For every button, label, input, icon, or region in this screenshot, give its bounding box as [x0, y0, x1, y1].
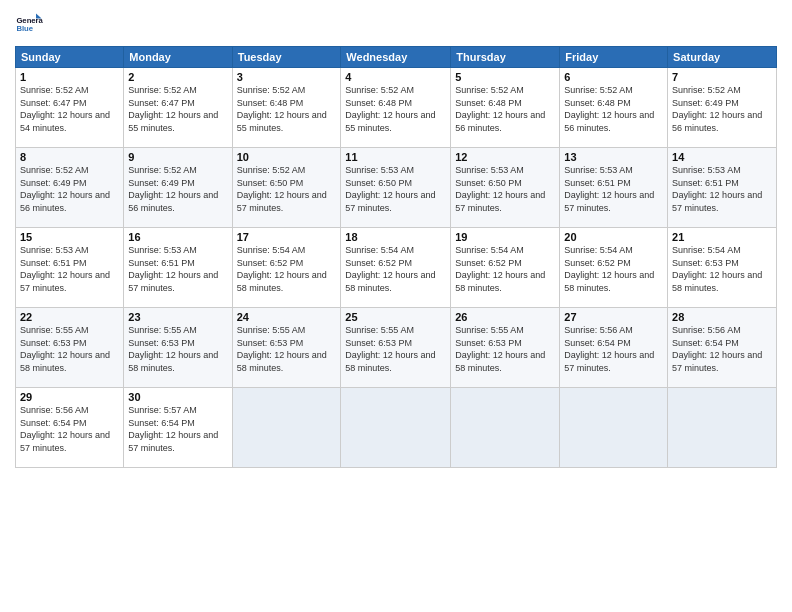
- calendar-header-row: SundayMondayTuesdayWednesdayThursdayFrid…: [16, 47, 777, 68]
- day-number: 23: [128, 311, 227, 323]
- day-number: 26: [455, 311, 555, 323]
- calendar-week-row: 15 Sunrise: 5:53 AM Sunset: 6:51 PM Dayl…: [16, 228, 777, 308]
- calendar-cell: 8 Sunrise: 5:52 AM Sunset: 6:49 PM Dayli…: [16, 148, 124, 228]
- day-number: 17: [237, 231, 337, 243]
- calendar-week-row: 29 Sunrise: 5:56 AM Sunset: 6:54 PM Dayl…: [16, 388, 777, 468]
- day-info: Sunrise: 5:55 AM Sunset: 6:53 PM Dayligh…: [455, 324, 555, 374]
- day-number: 30: [128, 391, 227, 403]
- calendar-cell: 28 Sunrise: 5:56 AM Sunset: 6:54 PM Dayl…: [668, 308, 777, 388]
- calendar-day-header: Sunday: [16, 47, 124, 68]
- day-number: 7: [672, 71, 772, 83]
- calendar-cell: 26 Sunrise: 5:55 AM Sunset: 6:53 PM Dayl…: [451, 308, 560, 388]
- day-info: Sunrise: 5:53 AM Sunset: 6:50 PM Dayligh…: [345, 164, 446, 214]
- day-info: Sunrise: 5:54 AM Sunset: 6:52 PM Dayligh…: [345, 244, 446, 294]
- calendar-cell: 19 Sunrise: 5:54 AM Sunset: 6:52 PM Dayl…: [451, 228, 560, 308]
- calendar-week-row: 22 Sunrise: 5:55 AM Sunset: 6:53 PM Dayl…: [16, 308, 777, 388]
- calendar-day-header: Saturday: [668, 47, 777, 68]
- day-info: Sunrise: 5:55 AM Sunset: 6:53 PM Dayligh…: [128, 324, 227, 374]
- calendar-cell: 11 Sunrise: 5:53 AM Sunset: 6:50 PM Dayl…: [341, 148, 451, 228]
- calendar-cell: 22 Sunrise: 5:55 AM Sunset: 6:53 PM Dayl…: [16, 308, 124, 388]
- calendar-cell: 14 Sunrise: 5:53 AM Sunset: 6:51 PM Dayl…: [668, 148, 777, 228]
- calendar-cell: 30 Sunrise: 5:57 AM Sunset: 6:54 PM Dayl…: [124, 388, 232, 468]
- calendar-cell: 24 Sunrise: 5:55 AM Sunset: 6:53 PM Dayl…: [232, 308, 341, 388]
- day-info: Sunrise: 5:57 AM Sunset: 6:54 PM Dayligh…: [128, 404, 227, 454]
- calendar-week-row: 8 Sunrise: 5:52 AM Sunset: 6:49 PM Dayli…: [16, 148, 777, 228]
- calendar-cell: 7 Sunrise: 5:52 AM Sunset: 6:49 PM Dayli…: [668, 68, 777, 148]
- logo-icon: General Blue: [15, 10, 43, 38]
- calendar-cell: [560, 388, 668, 468]
- day-info: Sunrise: 5:56 AM Sunset: 6:54 PM Dayligh…: [20, 404, 119, 454]
- calendar-cell: 20 Sunrise: 5:54 AM Sunset: 6:52 PM Dayl…: [560, 228, 668, 308]
- calendar-day-header: Thursday: [451, 47, 560, 68]
- day-number: 24: [237, 311, 337, 323]
- day-info: Sunrise: 5:53 AM Sunset: 6:51 PM Dayligh…: [128, 244, 227, 294]
- day-number: 19: [455, 231, 555, 243]
- day-number: 4: [345, 71, 446, 83]
- day-info: Sunrise: 5:54 AM Sunset: 6:53 PM Dayligh…: [672, 244, 772, 294]
- day-info: Sunrise: 5:56 AM Sunset: 6:54 PM Dayligh…: [564, 324, 663, 374]
- day-number: 28: [672, 311, 772, 323]
- calendar-cell: [341, 388, 451, 468]
- day-number: 1: [20, 71, 119, 83]
- calendar-cell: 2 Sunrise: 5:52 AM Sunset: 6:47 PM Dayli…: [124, 68, 232, 148]
- calendar-cell: 10 Sunrise: 5:52 AM Sunset: 6:50 PM Dayl…: [232, 148, 341, 228]
- day-info: Sunrise: 5:52 AM Sunset: 6:50 PM Dayligh…: [237, 164, 337, 214]
- day-info: Sunrise: 5:52 AM Sunset: 6:47 PM Dayligh…: [128, 84, 227, 134]
- logo: General Blue: [15, 10, 43, 38]
- day-info: Sunrise: 5:52 AM Sunset: 6:47 PM Dayligh…: [20, 84, 119, 134]
- calendar-day-header: Monday: [124, 47, 232, 68]
- calendar-cell: 16 Sunrise: 5:53 AM Sunset: 6:51 PM Dayl…: [124, 228, 232, 308]
- day-info: Sunrise: 5:54 AM Sunset: 6:52 PM Dayligh…: [564, 244, 663, 294]
- day-info: Sunrise: 5:52 AM Sunset: 6:48 PM Dayligh…: [455, 84, 555, 134]
- day-number: 27: [564, 311, 663, 323]
- day-number: 10: [237, 151, 337, 163]
- day-info: Sunrise: 5:52 AM Sunset: 6:49 PM Dayligh…: [672, 84, 772, 134]
- day-number: 29: [20, 391, 119, 403]
- day-number: 22: [20, 311, 119, 323]
- calendar-body: 1 Sunrise: 5:52 AM Sunset: 6:47 PM Dayli…: [16, 68, 777, 468]
- day-info: Sunrise: 5:54 AM Sunset: 6:52 PM Dayligh…: [455, 244, 555, 294]
- day-info: Sunrise: 5:53 AM Sunset: 6:51 PM Dayligh…: [20, 244, 119, 294]
- calendar-cell: 4 Sunrise: 5:52 AM Sunset: 6:48 PM Dayli…: [341, 68, 451, 148]
- calendar-cell: 6 Sunrise: 5:52 AM Sunset: 6:48 PM Dayli…: [560, 68, 668, 148]
- day-number: 6: [564, 71, 663, 83]
- calendar-day-header: Wednesday: [341, 47, 451, 68]
- day-info: Sunrise: 5:53 AM Sunset: 6:50 PM Dayligh…: [455, 164, 555, 214]
- calendar-day-header: Tuesday: [232, 47, 341, 68]
- calendar-cell: 23 Sunrise: 5:55 AM Sunset: 6:53 PM Dayl…: [124, 308, 232, 388]
- calendar-cell: [668, 388, 777, 468]
- calendar-cell: 1 Sunrise: 5:52 AM Sunset: 6:47 PM Dayli…: [16, 68, 124, 148]
- calendar-cell: 15 Sunrise: 5:53 AM Sunset: 6:51 PM Dayl…: [16, 228, 124, 308]
- page: General Blue SundayMondayTuesdayWednesda…: [0, 0, 792, 612]
- day-number: 9: [128, 151, 227, 163]
- calendar-cell: [232, 388, 341, 468]
- day-info: Sunrise: 5:53 AM Sunset: 6:51 PM Dayligh…: [564, 164, 663, 214]
- day-number: 15: [20, 231, 119, 243]
- day-info: Sunrise: 5:52 AM Sunset: 6:49 PM Dayligh…: [20, 164, 119, 214]
- calendar-cell: 29 Sunrise: 5:56 AM Sunset: 6:54 PM Dayl…: [16, 388, 124, 468]
- day-info: Sunrise: 5:52 AM Sunset: 6:48 PM Dayligh…: [237, 84, 337, 134]
- day-number: 5: [455, 71, 555, 83]
- calendar-day-header: Friday: [560, 47, 668, 68]
- day-number: 12: [455, 151, 555, 163]
- day-info: Sunrise: 5:54 AM Sunset: 6:52 PM Dayligh…: [237, 244, 337, 294]
- day-number: 13: [564, 151, 663, 163]
- calendar-cell: 17 Sunrise: 5:54 AM Sunset: 6:52 PM Dayl…: [232, 228, 341, 308]
- calendar-cell: 25 Sunrise: 5:55 AM Sunset: 6:53 PM Dayl…: [341, 308, 451, 388]
- day-info: Sunrise: 5:52 AM Sunset: 6:48 PM Dayligh…: [564, 84, 663, 134]
- day-info: Sunrise: 5:55 AM Sunset: 6:53 PM Dayligh…: [20, 324, 119, 374]
- day-number: 25: [345, 311, 446, 323]
- day-info: Sunrise: 5:56 AM Sunset: 6:54 PM Dayligh…: [672, 324, 772, 374]
- calendar-cell: 21 Sunrise: 5:54 AM Sunset: 6:53 PM Dayl…: [668, 228, 777, 308]
- day-number: 11: [345, 151, 446, 163]
- day-number: 18: [345, 231, 446, 243]
- day-info: Sunrise: 5:53 AM Sunset: 6:51 PM Dayligh…: [672, 164, 772, 214]
- day-info: Sunrise: 5:55 AM Sunset: 6:53 PM Dayligh…: [237, 324, 337, 374]
- header: General Blue: [15, 10, 777, 38]
- svg-text:Blue: Blue: [16, 24, 33, 33]
- day-number: 8: [20, 151, 119, 163]
- calendar-cell: [451, 388, 560, 468]
- calendar-cell: 13 Sunrise: 5:53 AM Sunset: 6:51 PM Dayl…: [560, 148, 668, 228]
- calendar-cell: 3 Sunrise: 5:52 AM Sunset: 6:48 PM Dayli…: [232, 68, 341, 148]
- day-info: Sunrise: 5:55 AM Sunset: 6:53 PM Dayligh…: [345, 324, 446, 374]
